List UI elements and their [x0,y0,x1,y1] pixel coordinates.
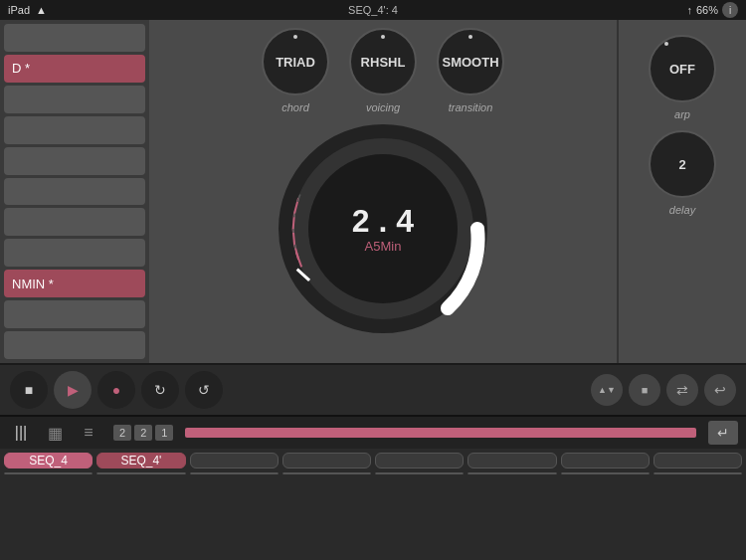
big-dial-container[interactable]: 2 . 4 A5Min [264,119,502,338]
pad-row2-2[interactable] [190,472,279,474]
chord-item-0[interactable] [4,24,145,52]
chord-knob[interactable]: TRIAD [262,28,329,95]
pad-row2-0[interactable] [4,472,93,474]
stop-mini-button[interactable]: ■ [629,374,660,406]
delay-knob[interactable]: 2 [649,130,716,198]
dial-label: A5Min [365,239,402,254]
chord-item-6[interactable] [4,208,145,236]
redo-button[interactable]: ↺ [185,371,223,409]
pad-row1-4[interactable] [375,453,464,468]
mini-controls: ▲▼ ■ ⇄ ↩ [591,374,736,406]
random-button[interactable]: ⇄ [666,374,698,406]
seq-toolbar: ||| ▦ ≡ 2 2 1 ↵ [0,415,746,449]
center-panel: TRIAD chord RHSHL voicing SMOOTH transit… [149,20,617,363]
pad-row2-1[interactable] [96,472,185,474]
seq-num-2[interactable]: 2 [134,425,152,441]
arp-knob-label: arp [674,108,690,120]
delay-knob-label: delay [669,204,695,216]
wifi-icon: ▲ [36,4,47,16]
chord-item-5[interactable] [4,178,145,206]
knobs-row: TRIAD chord RHSHL voicing SMOOTH transit… [252,28,514,113]
record-button[interactable]: ● [97,371,135,409]
seq-view-columns[interactable]: ||| [8,420,34,446]
transport-bar: ■ ▶ ● ↻ ↺ ▲▼ ■ ⇄ ↩ [0,363,746,415]
big-dial-inner: 2 . 4 A5Min [308,154,458,303]
pad-row1-7[interactable] [653,453,742,468]
pad-row2-6[interactable] [561,472,650,474]
delay-knob-group: 2 delay [649,130,716,216]
chord-knob-group: TRIAD chord [262,28,329,113]
chord-item-3[interactable] [4,116,145,144]
info-icon[interactable]: i [722,2,738,18]
pad-row1-3[interactable] [282,453,371,468]
status-bar: iPad ▲ SEQ_4': 4 ↑ 66% i [0,0,746,20]
battery-label: 66% [696,4,718,16]
right-panel: OFF arp 2 delay [617,20,746,363]
chord-item-2[interactable] [4,86,145,113]
seq-numbers: 2 2 1 [113,425,173,441]
signal-icon: ↑ [686,4,692,16]
undo-button[interactable]: ↻ [141,371,179,409]
voicing-knob[interactable]: RHSHL [349,28,417,95]
seq-progress-bar [185,428,696,438]
arp-knob[interactable]: OFF [649,35,716,102]
pads-area: SEQ_4SEQ_4' [0,449,746,478]
seq-num-3[interactable]: 1 [155,425,173,441]
pad-row1-2[interactable] [190,453,279,468]
pad-row2-4[interactable] [375,472,464,474]
pad-row2-3[interactable] [282,472,371,474]
pad-row1-6[interactable] [561,453,650,468]
main-area: D *NMIN * TRIAD chord RHSHL voicing SMOO… [0,20,746,363]
chord-item-9[interactable] [4,300,145,328]
voicing-knob-label: voicing [366,101,400,113]
pad-row1-0[interactable]: SEQ_4 [4,453,93,468]
chord-item-8[interactable]: NMIN * [4,270,145,297]
seq-num-1[interactable]: 2 [113,425,131,441]
seq-view-grid[interactable]: ▦ [42,420,68,446]
chord-item-10[interactable] [4,331,145,359]
pad-row2-5[interactable] [467,472,556,474]
repeat-button[interactable]: ↩ [704,374,736,406]
pad-row1-1[interactable]: SEQ_4' [96,453,185,468]
chord-item-4[interactable] [4,147,145,175]
voicing-knob-group: RHSHL voicing [349,28,417,113]
transition-knob-label: transition [449,101,493,113]
chord-knob-label: chord [281,101,309,113]
ipad-label: iPad [8,4,30,16]
transition-knob-group: SMOOTH transition [437,28,504,113]
sequence-title: SEQ_4': 4 [348,4,398,16]
pads-row-1: SEQ_4SEQ_4' [4,453,742,468]
octave-control[interactable]: ▲▼ [591,374,623,406]
pad-row2-7[interactable] [653,472,742,474]
chord-item-7[interactable] [4,239,145,267]
chord-list: D *NMIN * [0,20,149,363]
seq-back-button[interactable]: ↵ [708,421,738,445]
big-dial-ring[interactable]: 2 . 4 A5Min [279,124,487,333]
seq-view-list[interactable]: ≡ [76,420,101,446]
transition-knob[interactable]: SMOOTH [437,28,504,95]
play-button[interactable]: ▶ [54,371,92,409]
chord-item-1[interactable]: D * [4,55,145,83]
arp-knob-group: OFF arp [649,35,716,120]
pads-row-2 [4,472,742,474]
dial-value: 2 . 4 [352,205,414,237]
pad-row1-5[interactable] [467,453,556,468]
stop-button[interactable]: ■ [10,371,48,409]
